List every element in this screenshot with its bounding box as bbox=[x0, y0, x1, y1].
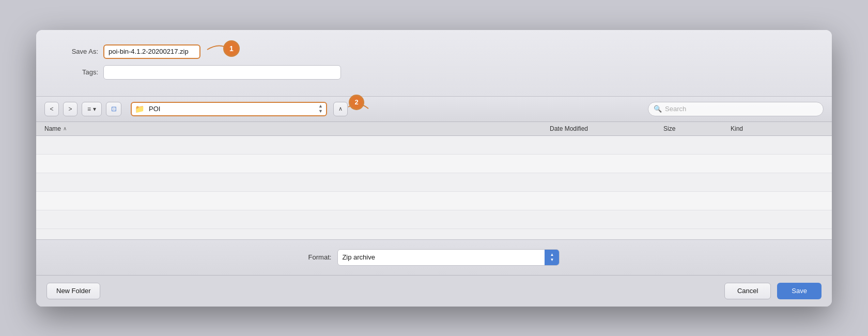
file-row bbox=[36, 210, 832, 229]
new-folder-icon: ⊡ bbox=[111, 105, 117, 113]
file-row bbox=[36, 155, 832, 173]
file-list bbox=[36, 136, 832, 239]
right-buttons: Cancel Save bbox=[724, 283, 822, 299]
expand-button[interactable]: ∧ bbox=[333, 102, 348, 116]
col-size-header[interactable]: Size bbox=[663, 125, 731, 132]
file-row bbox=[36, 173, 832, 192]
file-row bbox=[36, 136, 832, 155]
col-kind-header[interactable]: Kind bbox=[731, 125, 824, 132]
save-as-input[interactable] bbox=[103, 44, 200, 59]
column-headers: Name ∧ Date Modified Size Kind bbox=[36, 122, 832, 136]
forward-button[interactable]: > bbox=[63, 102, 78, 116]
format-up-arrow-icon: ▲ bbox=[550, 253, 554, 257]
save-button[interactable]: Save bbox=[777, 283, 822, 299]
search-icon: 🔍 bbox=[654, 105, 662, 113]
search-box[interactable]: 🔍 Search bbox=[648, 102, 824, 116]
search-placeholder: Search bbox=[665, 105, 686, 113]
format-section: Format: Zip archive ▲ ▼ bbox=[36, 239, 832, 275]
annotation-1: 1 bbox=[223, 40, 240, 57]
cancel-button[interactable]: Cancel bbox=[724, 283, 771, 299]
format-down-arrow-icon: ▼ bbox=[550, 258, 554, 262]
tags-row: Tags: bbox=[57, 65, 811, 80]
save-as-label: Save As: bbox=[57, 48, 98, 55]
sort-arrow-icon: ∧ bbox=[63, 126, 67, 131]
back-button[interactable]: < bbox=[44, 102, 59, 116]
col-name-header[interactable]: Name ∧ bbox=[44, 125, 550, 132]
format-label: Format: bbox=[308, 253, 332, 261]
file-row bbox=[36, 192, 832, 210]
tags-input[interactable] bbox=[103, 65, 341, 80]
top-section: Save As: 1 Tags: bbox=[36, 30, 832, 97]
folder-icon: 📁 bbox=[132, 104, 148, 114]
location-picker[interactable]: 📁 POI ▲ ▼ bbox=[131, 102, 327, 116]
expand-icon: ∧ bbox=[338, 105, 343, 112]
view-options-button[interactable]: ≡ ▾ bbox=[82, 102, 102, 116]
new-folder-toolbar-button[interactable]: ⊡ bbox=[106, 102, 121, 116]
tags-label: Tags: bbox=[57, 68, 98, 76]
toolbar: < > ≡ ▾ ⊡ 📁 POI ▲ ▼ ∧ bbox=[36, 97, 832, 122]
format-select[interactable]: Zip archive ▲ ▼ bbox=[337, 249, 560, 266]
save-dialog: Save As: 1 Tags: < > ≡ ▾ bbox=[36, 30, 832, 307]
annotation-2: 2 bbox=[349, 95, 364, 110]
location-arrows: ▲ ▼ bbox=[315, 104, 326, 114]
col-date-header[interactable]: Date Modified bbox=[550, 125, 663, 132]
expand-wrapper: ∧ 2 bbox=[331, 102, 348, 116]
format-select-arrows: ▲ ▼ bbox=[545, 250, 559, 265]
new-folder-button[interactable]: New Folder bbox=[47, 283, 100, 299]
view-icon: ≡ bbox=[87, 105, 91, 113]
bottom-bar: New Folder Cancel Save bbox=[36, 275, 832, 307]
location-name: POI bbox=[148, 105, 315, 113]
format-select-value: Zip archive bbox=[342, 253, 545, 261]
view-chevron-icon: ▾ bbox=[93, 105, 96, 113]
save-as-row: Save As: 1 bbox=[57, 44, 811, 59]
